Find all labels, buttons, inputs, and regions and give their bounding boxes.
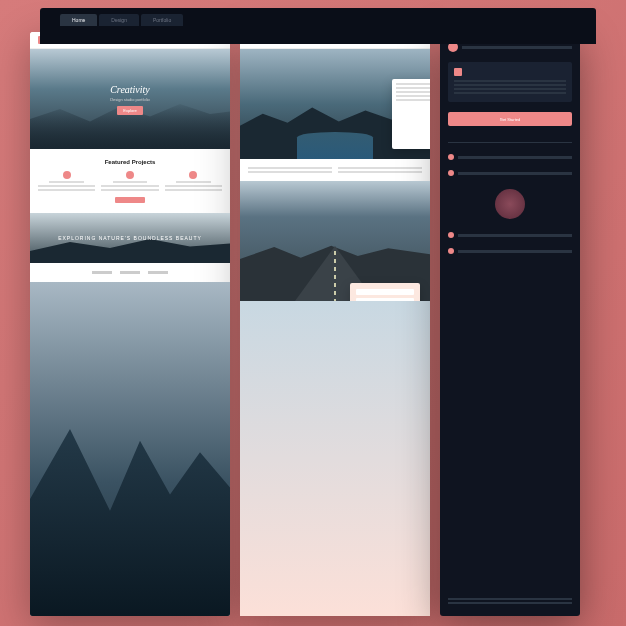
text-line xyxy=(49,181,83,183)
gradient-footer xyxy=(240,301,430,616)
form-input[interactable] xyxy=(356,298,414,301)
bullet-icon xyxy=(448,232,454,238)
text-line xyxy=(338,171,422,173)
card-hero-wrap xyxy=(240,32,430,159)
text-line xyxy=(248,167,332,169)
divider xyxy=(448,142,572,143)
text-line xyxy=(396,91,430,93)
text-line xyxy=(338,167,422,169)
floating-sidebar xyxy=(392,79,430,149)
feature-columns xyxy=(38,171,222,191)
feature-card xyxy=(101,171,158,191)
text-line xyxy=(101,189,158,191)
text-line xyxy=(165,189,222,191)
menu-item[interactable] xyxy=(448,151,572,163)
menu-item[interactable] xyxy=(448,167,572,179)
hero-image-road xyxy=(240,181,430,301)
banner-section: EXPLORING NATURE'S BOUNDLESS BEAUTY xyxy=(30,213,230,263)
footer-link[interactable] xyxy=(92,271,112,274)
text-line xyxy=(454,88,566,90)
hero-image-mountains xyxy=(240,49,430,159)
info-card xyxy=(448,62,572,102)
feature-icon xyxy=(63,171,71,179)
road-marking xyxy=(334,251,336,301)
features-section: Featured Projects xyxy=(30,149,230,213)
text-line xyxy=(448,598,572,600)
mockup-showcase: Creativity Design studio portfolio Explo… xyxy=(30,32,606,616)
text-line xyxy=(454,84,566,86)
hero-subtitle: Design studio portfolio xyxy=(110,97,150,102)
mockup-panel-dark: Get Started xyxy=(440,32,580,616)
text-line xyxy=(448,602,572,604)
mockup-panel-center xyxy=(240,32,430,616)
feature-icon xyxy=(189,171,197,179)
menu-item[interactable] xyxy=(448,245,572,257)
section-title: Featured Projects xyxy=(38,159,222,165)
text-line xyxy=(454,80,566,82)
footer-link[interactable] xyxy=(120,271,140,274)
card-icon xyxy=(454,68,462,76)
menu-label xyxy=(458,156,572,159)
hero-cta-button[interactable]: Explore xyxy=(117,106,143,115)
bullet-icon xyxy=(448,170,454,176)
text-line xyxy=(396,83,430,85)
panel-footer xyxy=(448,598,572,606)
content-section xyxy=(240,159,430,181)
text-line xyxy=(454,92,566,94)
footer-hero xyxy=(30,282,230,616)
contact-form xyxy=(350,283,420,301)
text-line xyxy=(396,87,430,89)
menu-label xyxy=(458,234,572,237)
banner-text: EXPLORING NATURE'S BOUNDLESS BEAUTY xyxy=(58,235,202,241)
browser-tab[interactable]: Home xyxy=(60,14,97,26)
browser-tab[interactable]: Design xyxy=(99,14,139,26)
accent-divider xyxy=(115,197,145,203)
username-line xyxy=(462,46,572,49)
badge-circle xyxy=(495,189,525,219)
menu-label xyxy=(458,172,572,175)
browser-tab[interactable]: Portfolio xyxy=(141,14,183,26)
feature-card xyxy=(165,171,222,191)
text-line xyxy=(101,185,158,187)
content-col xyxy=(338,167,422,173)
mockup-panel-landing: Creativity Design studio portfolio Explo… xyxy=(30,32,230,616)
form-input[interactable] xyxy=(356,289,414,295)
feature-card xyxy=(38,171,95,191)
browser-chrome: Home Design Portfolio xyxy=(40,8,596,44)
menu-item[interactable] xyxy=(448,229,572,241)
feature-icon xyxy=(126,171,134,179)
text-line xyxy=(165,185,222,187)
cta-button[interactable]: Get Started xyxy=(448,112,572,126)
text-line xyxy=(396,95,430,97)
footer-nav xyxy=(30,263,230,282)
bullet-icon xyxy=(448,248,454,254)
text-line xyxy=(248,171,332,173)
hero-section: Creativity Design studio portfolio Explo… xyxy=(30,49,230,149)
content-columns xyxy=(248,167,422,173)
bullet-icon xyxy=(448,154,454,160)
hero-title: Creativity xyxy=(110,84,150,95)
footer-link[interactable] xyxy=(148,271,168,274)
text-line xyxy=(176,181,210,183)
menu-label xyxy=(458,250,572,253)
browser-tabs: Home Design Portfolio xyxy=(40,8,596,26)
text-line xyxy=(38,189,95,191)
text-line xyxy=(38,185,95,187)
content-col xyxy=(248,167,332,173)
text-line xyxy=(396,99,430,101)
text-line xyxy=(113,181,147,183)
